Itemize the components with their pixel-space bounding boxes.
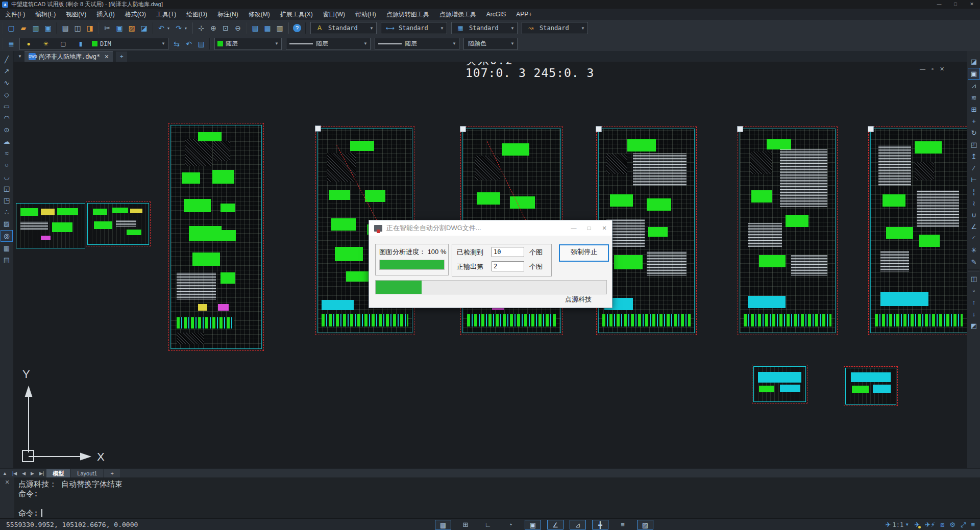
tab-close-icon[interactable]: ✕ (104, 54, 109, 60)
layout-tab-new[interactable]: + (104, 469, 119, 477)
mini-drawing-3[interactable] (753, 366, 806, 402)
hatch-background-icon[interactable]: ▨ (637, 520, 653, 529)
copy-clip-icon[interactable]: ▣ (113, 22, 126, 34)
chevron-down-icon[interactable]: ▼ (363, 41, 368, 46)
settings-gear-icon[interactable]: ⚙ (949, 521, 955, 528)
menu-item-12[interactable]: 帮助(H) (350, 9, 381, 20)
point-icon[interactable]: ∴ (1, 207, 12, 217)
zoom-previous-icon[interactable]: ⊖ (232, 22, 244, 34)
menu-item-16[interactable]: APP+ (511, 9, 537, 20)
maximize-button[interactable]: □ (947, 0, 964, 9)
pan-icon[interactable]: ⊹ (195, 22, 207, 34)
fullscreen-icon[interactable]: ⤢ (961, 521, 966, 529)
undo-icon[interactable]: ↶ (155, 22, 167, 34)
publish-icon[interactable]: ◨ (84, 22, 96, 34)
force-stop-button[interactable]: 强制停止 (559, 244, 609, 262)
make-block-icon[interactable]: ◳ (1, 195, 12, 206)
selection-grip-3[interactable] (596, 126, 602, 132)
dialog-close-button[interactable]: ✕ (597, 225, 612, 232)
layout-prev-button[interactable]: ◀ (19, 469, 28, 478)
selection-grip-2[interactable] (460, 126, 466, 132)
menu-item-5[interactable]: 格式(O) (120, 9, 151, 20)
plotstyle-combo[interactable]: 随颜色▼ (463, 38, 518, 50)
rotate-icon[interactable]: ↻ (968, 128, 979, 138)
menu-item-15[interactable]: ArcGIS (481, 9, 511, 20)
menu-item-2[interactable]: 编辑(E) (30, 9, 61, 20)
fillet-icon[interactable]: ◜ (968, 233, 979, 244)
ellipse-icon[interactable]: ○ (1, 160, 12, 170)
zoom-realtime-icon[interactable]: ⊕ (207, 22, 219, 34)
erase-icon[interactable]: ◪ (968, 56, 979, 67)
layout-end-button[interactable]: ▶| (37, 469, 46, 478)
annotation-visibility-icon[interactable]: ✈ (914, 521, 920, 528)
layout-tab-模型[interactable]: 模型 (46, 469, 70, 477)
menu-item-7[interactable]: 绘图(D) (181, 9, 212, 20)
dim-style-combo[interactable]: ⟷Standard▼ (381, 22, 447, 34)
doc-minimize-button[interactable]: — (920, 66, 925, 72)
drawing-sheet-5[interactable] (740, 129, 836, 333)
paste-icon[interactable]: ▨ (126, 22, 138, 34)
new-tab-button[interactable]: + (116, 52, 127, 62)
circle-icon[interactable]: ⊙ (1, 124, 12, 135)
lineweight-combo[interactable]: 随层▼ (375, 38, 459, 50)
dialog-title-bar[interactable]: 正在智能全自动分割DWG文件... —□✕ (369, 220, 612, 236)
close-button[interactable]: ✕ (964, 0, 980, 9)
doc-close-button[interactable]: ✕ (940, 66, 944, 72)
draworder-below-icon[interactable]: ↓ (968, 309, 979, 319)
chevron-down-icon[interactable]: ▼ (510, 26, 514, 31)
new-file-icon[interactable]: ▢ (5, 22, 17, 34)
explode-icon[interactable]: ✳ (968, 245, 979, 256)
line-icon[interactable]: ╱ (1, 54, 12, 65)
menu-item-3[interactable]: 视图(V) (61, 9, 91, 20)
tab-menu-caret[interactable]: ▼ (15, 52, 24, 62)
layer-manager-icon[interactable]: ≣ (5, 38, 17, 49)
dialog-minimize-button[interactable]: — (566, 225, 581, 232)
extend-icon[interactable]: ⊢ (968, 174, 979, 185)
save-all-icon[interactable]: ▣ (42, 22, 54, 34)
arc-icon[interactable]: ◠ (1, 113, 12, 123)
polar-tracking-icon[interactable]: ◔ (502, 520, 519, 529)
save-icon[interactable]: ▥ (30, 22, 42, 34)
menu-item-11[interactable]: 窗口(W) (318, 9, 350, 20)
mini-drawing-4[interactable] (845, 368, 896, 405)
layer-lock-icon[interactable]: ▮ (75, 38, 87, 49)
copy-icon[interactable]: ▣ (968, 68, 980, 80)
command-line-panel[interactable]: ✕ 点源科技： 自动替换字体结束命令:命令: (0, 477, 980, 518)
menu-item-4[interactable]: 插入(I) (91, 9, 119, 20)
chevron-down-icon[interactable]: ▼ (370, 26, 374, 31)
drawing-sheet-4[interactable] (598, 129, 695, 333)
mini-drawing-2[interactable] (87, 203, 149, 245)
selection-grip-1[interactable] (315, 125, 321, 132)
layer-states-icon[interactable]: ▤ (195, 38, 207, 49)
command-close-icon[interactable]: ✕ (5, 479, 9, 485)
array-icon[interactable]: ⊞ (968, 104, 979, 115)
scale-icon[interactable]: ◰ (968, 139, 979, 150)
tool-palettes-icon[interactable]: ▥ (274, 22, 286, 34)
layer-combo[interactable]: ●☀▢▮DIM▼ (19, 38, 168, 50)
layout-next-button[interactable]: ▶ (28, 469, 37, 478)
layout-begin-button[interactable]: |◀ (10, 469, 19, 478)
layer-freeze-sun-icon[interactable]: ☀ (40, 38, 52, 49)
join-icon[interactable]: ∪ (968, 210, 979, 220)
document-tab[interactable]: DWG 尚泽非人防地库.dwg* ✕ (24, 51, 113, 62)
draworder-annotation-icon[interactable]: ◩ (968, 320, 979, 331)
table-icon[interactable]: ▦ (1, 243, 12, 254)
ellipse-arc-icon[interactable]: ◡ (1, 171, 12, 182)
menu-item-9[interactable]: 修改(M) (243, 9, 275, 20)
chevron-down-icon[interactable]: ▼ (440, 26, 444, 31)
detected-count-field[interactable] (492, 247, 524, 257)
chamfer-icon[interactable]: ∠ (968, 221, 979, 232)
chevron-down-icon[interactable]: ▼ (452, 41, 456, 46)
menu-item-8[interactable]: 标注(N) (212, 9, 243, 20)
revision-cloud-icon[interactable]: ☁ (1, 136, 12, 147)
minimize-button[interactable]: — (931, 0, 947, 9)
ortho-mode-icon[interactable]: ∟ (480, 520, 496, 529)
chevron-down-icon[interactable]: ▼ (581, 26, 585, 31)
menu-item-6[interactable]: 工具(T) (151, 9, 181, 20)
lineweight-icon[interactable]: ≡ (615, 520, 631, 529)
text-style-combo[interactable]: AStandard▼ (310, 22, 377, 34)
stretch-icon[interactable]: ↥ (968, 151, 979, 162)
rectangle-icon[interactable]: ▭ (1, 101, 12, 112)
color-combo[interactable]: 随层▼ (214, 38, 282, 50)
layer-on-bulb-icon[interactable]: ● (22, 38, 35, 49)
